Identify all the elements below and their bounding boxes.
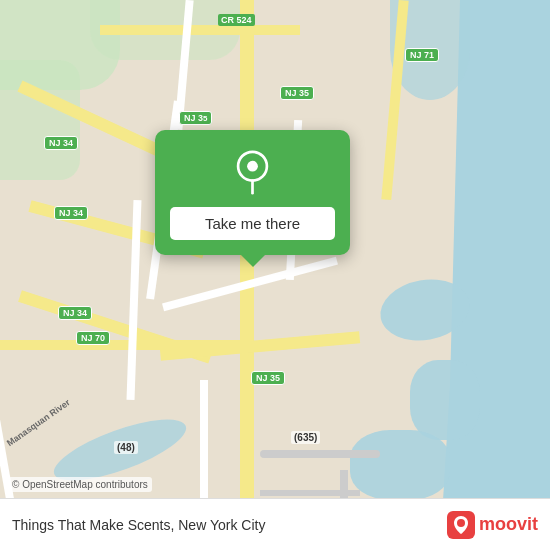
take-me-there-button[interactable]: Take me there: [170, 207, 335, 240]
location-pin-icon: [230, 150, 275, 195]
label-nj35-bot: NJ 35: [251, 371, 285, 385]
label-nj34-mid: NJ 34: [54, 206, 88, 220]
road-nj70: [0, 340, 250, 350]
label-cr524: CR 524: [218, 14, 255, 26]
label-nj35-mid: NJ 35: [179, 111, 212, 125]
map-container: CR 524 NJ 71 NJ 35 NJ 34 NJ 34 NJ 35 NJ …: [0, 0, 550, 550]
road-nj35-v: [240, 0, 254, 550]
road-conn-6: [260, 490, 360, 496]
location-label: Things That Make Scents, New York City: [12, 517, 447, 533]
moovit-brand-text: moovit: [479, 514, 538, 535]
label-manasquan: Manasquan River: [5, 397, 72, 448]
moovit-icon: [447, 511, 475, 539]
svg-point-1: [247, 161, 258, 172]
bottom-bar: Things That Make Scents, New York City m…: [0, 498, 550, 550]
green-area-3: [0, 60, 80, 180]
moovit-logo: moovit: [447, 511, 538, 539]
label-nj71: NJ 71: [405, 48, 439, 62]
label-nj70: NJ 70: [76, 331, 110, 345]
bay-2: [410, 360, 480, 440]
map-background: CR 524 NJ 71 NJ 35 NJ 34 NJ 34 NJ 35 NJ …: [0, 0, 550, 550]
label-635: (635): [291, 431, 320, 444]
road-cr524: [100, 25, 300, 35]
road-conn-4: [260, 450, 380, 458]
svg-point-3: [457, 519, 465, 527]
label-nj34-top: NJ 34: [44, 136, 78, 150]
bay-3: [350, 430, 450, 500]
map-attribution: © OpenStreetMap contributors: [8, 477, 152, 492]
popup-card: Take me there: [155, 130, 350, 255]
label-nj35-top: NJ 35: [280, 86, 314, 100]
label-nj34-bot: NJ 34: [58, 306, 92, 320]
label-48: (48): [114, 441, 138, 454]
